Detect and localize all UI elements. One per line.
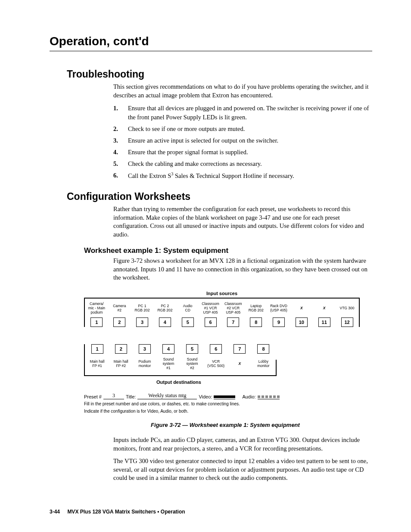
- io-number-box: 5: [186, 344, 198, 354]
- audio-label: Audio:: [242, 394, 255, 399]
- video-swatch: [214, 395, 235, 398]
- crossed-out-icon: X: [300, 301, 303, 316]
- step-text: Ensure an active input is selected for o…: [128, 136, 372, 145]
- io-number-box: 7: [234, 344, 246, 354]
- step-number: 2.: [113, 124, 128, 134]
- step-text: Call the Extron S3 Sales & Technical Sup…: [128, 171, 372, 180]
- page-number: 3-44: [50, 509, 60, 515]
- troubleshooting-step: 5.Check the cabling and make corrections…: [113, 159, 372, 168]
- crossed-out-icon: X: [238, 355, 241, 373]
- io-number-box: 11: [318, 317, 330, 327]
- input-column: PC 1 RGB 2023: [132, 301, 153, 327]
- io-label: VCR (VSC 500): [207, 355, 224, 373]
- subsection-heading-example1: Worksheet example 1: System equipment: [84, 246, 372, 255]
- example1-after2: The VTG 300 video test generator connect…: [113, 457, 372, 482]
- step-text: Ensure that the proper signal format is …: [128, 148, 372, 157]
- troubleshooting-step: 1.Ensure that all devices are plugged in…: [113, 104, 372, 122]
- input-column: PC 2 RGB 2024: [155, 301, 175, 327]
- input-column: Classroom #1 VCR USP 4056: [200, 301, 221, 327]
- io-number-box: 4: [159, 317, 171, 327]
- io-number-box: 8: [250, 317, 262, 327]
- figure-output-title: Output destinations: [84, 380, 274, 385]
- output-column: X7: [229, 344, 250, 373]
- input-column: Rack DVD (USP 405)9: [269, 301, 289, 327]
- video-swatch-line: [214, 394, 235, 399]
- output-column: Sound system #25: [182, 344, 203, 373]
- io-label: Sound system #1: [162, 355, 174, 373]
- step-number: 3.: [113, 136, 128, 145]
- output-column: VCR (VSC 500)6: [206, 344, 227, 373]
- io-number-box: 2: [113, 317, 125, 327]
- input-column: Camera #22: [109, 301, 130, 327]
- step-text: Check the cabling and make corrections a…: [128, 159, 372, 168]
- input-column: X11: [314, 301, 334, 327]
- example1-after1: Inputs include PCs, an audio CD player, …: [113, 436, 372, 453]
- section-heading-troubleshooting: Troubleshooting: [67, 68, 372, 80]
- troubleshooting-intro: This section gives recommendations on wh…: [113, 83, 372, 100]
- io-number-box: 6: [210, 344, 222, 354]
- io-number-box: 7: [227, 317, 239, 327]
- io-label: VTG 300: [340, 301, 355, 316]
- config-worksheets-intro: Rather than trying to remember the confi…: [113, 205, 372, 239]
- output-column: Sound system #14: [158, 344, 179, 373]
- chapter-title: Operation, cont'd: [50, 34, 372, 48]
- io-label: Rack DVD (USP 405): [270, 301, 287, 316]
- output-column: Main hall FP #22: [110, 344, 131, 373]
- io-label: Audio CD: [183, 301, 193, 316]
- io-label: Main hall FP #2: [114, 355, 128, 373]
- io-number-box: 5: [182, 317, 194, 327]
- output-destinations-row: Main hall FP #11Main hall FP #22Podium m…: [84, 344, 276, 376]
- io-label: Laptop RGB 202: [249, 301, 264, 316]
- io-number-box: 1: [91, 344, 103, 354]
- io-label: Lobby monitor: [257, 355, 269, 373]
- input-column: Laptop RGB 2028: [246, 301, 266, 327]
- figure-3-72: Input sources Camera/ mic - Main podium1…: [84, 291, 360, 414]
- io-number-box: 6: [205, 317, 217, 327]
- example1-intro: Figure 3-72 shows a worksheet for an MVX…: [113, 257, 372, 282]
- troubleshooting-step: 6.Call the Extron S3 Sales & Technical S…: [113, 171, 372, 180]
- figure-input-title: Input sources: [84, 291, 360, 296]
- step-number: 6.: [113, 171, 128, 180]
- io-label: Main hall FP #1: [90, 355, 105, 373]
- io-number-box: 3: [139, 344, 151, 354]
- io-label: PC 1 RGB 202: [135, 301, 150, 316]
- troubleshooting-step: 3.Ensure an active input is selected for…: [113, 136, 372, 145]
- input-column: VTG 30012: [337, 301, 357, 327]
- output-column: Lobby monitor8: [253, 344, 274, 373]
- figure-caption: Figure 3-72 — Worksheet example 1: Syste…: [113, 422, 337, 428]
- title-label: Title:: [126, 394, 136, 399]
- input-sources-row: Camera/ mic - Main podium1Camera #22PC 1…: [84, 298, 360, 327]
- preset-label: Preset #: [84, 394, 102, 399]
- io-number-box: 9: [273, 317, 285, 327]
- header-rule: [50, 51, 372, 51]
- io-label: PC 2 RGB 202: [157, 301, 172, 316]
- troubleshooting-step: 4.Ensure that the proper signal format i…: [113, 148, 372, 157]
- io-number-box: 2: [115, 344, 127, 354]
- preset-value: 3: [103, 392, 124, 399]
- title-value: Weekly status mtg: [137, 392, 197, 399]
- io-label: Camera/ mic - Main podium: [88, 301, 105, 316]
- page-footer: 3-44 MVX Plus 128 VGA Matrix Switchers •…: [50, 509, 185, 515]
- form-note-1: Fill in the preset number and use colors…: [84, 401, 360, 407]
- output-column: Main hall FP #11: [87, 344, 108, 373]
- step-number: 1.: [113, 104, 128, 122]
- io-number-box: 4: [162, 344, 174, 354]
- preset-form-line: Preset # 3 Title: Weekly status mtg Vide…: [84, 392, 360, 399]
- input-column: Camera/ mic - Main podium1: [87, 301, 107, 327]
- audio-swatch-line: [258, 394, 280, 399]
- io-label: Camera #2: [113, 301, 126, 316]
- document-page: Operation, cont'd Troubleshooting This s…: [0, 0, 411, 532]
- io-label: Classroom #1 VCR USP 405: [202, 301, 219, 316]
- step-number: 5.: [113, 159, 128, 168]
- form-note-2: Indicate if the configuration is for Vid…: [84, 408, 360, 414]
- troubleshooting-step: 2.Check to see if one or more outputs ar…: [113, 124, 372, 134]
- io-label: Podium monitor: [138, 355, 151, 373]
- io-number-box: 8: [257, 344, 269, 354]
- io-number-box: 3: [136, 317, 148, 327]
- output-column: Podium monitor3: [134, 344, 155, 373]
- io-number-box: 12: [341, 317, 353, 327]
- io-number-box: 10: [296, 317, 308, 327]
- io-number-box: 1: [90, 317, 103, 327]
- io-label: Sound system #2: [187, 355, 198, 373]
- input-column: X10: [291, 301, 311, 327]
